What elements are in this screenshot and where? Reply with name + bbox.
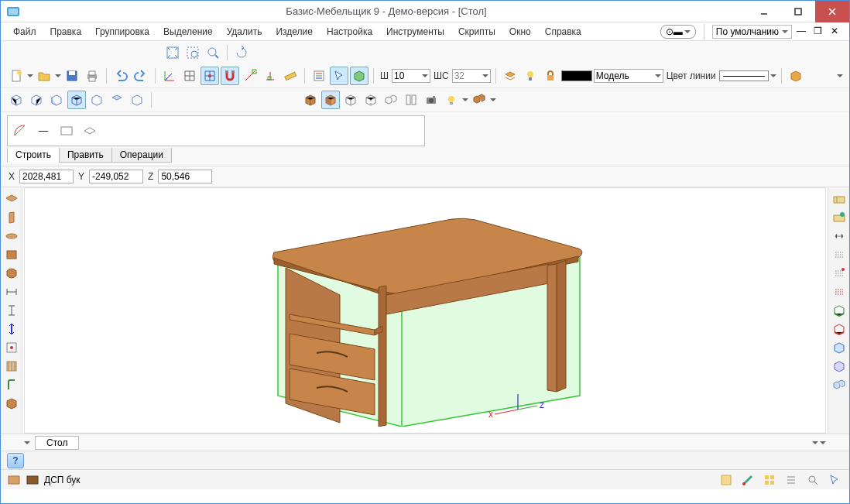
camera-icon[interactable] (422, 91, 440, 109)
toolbar-overflow-icon[interactable] (837, 74, 843, 77)
color-swatch[interactable] (561, 70, 592, 81)
fit-view-icon[interactable] (163, 43, 182, 62)
new-file-icon[interactable] (7, 67, 26, 85)
save-file-icon[interactable] (63, 67, 81, 85)
properties-icon[interactable] (310, 67, 328, 85)
minimize-button[interactable] (747, 1, 781, 22)
panel-curve-icon[interactable] (3, 265, 20, 282)
snap-grid-icon[interactable] (201, 67, 219, 85)
document-tab-active[interactable]: Стол (35, 436, 79, 450)
edge-band-r-icon[interactable] (831, 321, 848, 338)
panel-solid-icon[interactable] (3, 246, 20, 263)
line-style-select[interactable] (719, 70, 769, 81)
edge-band-icon[interactable] (831, 302, 848, 319)
profile-icon[interactable] (3, 376, 20, 393)
tabscroll-right-icon[interactable] (820, 441, 826, 444)
maximize-button[interactable] (781, 1, 815, 22)
step-w-select[interactable]: 10 (392, 69, 430, 83)
screw4-icon[interactable] (831, 283, 848, 300)
coord-y-input[interactable] (89, 170, 143, 183)
panel-vert-icon[interactable] (3, 209, 20, 226)
menu-help[interactable]: Справка (539, 24, 588, 39)
menu-select[interactable]: Выделение (157, 24, 219, 39)
assembly-icon[interactable] (831, 190, 848, 207)
mdi-close-icon[interactable]: ✕ (831, 26, 843, 38)
screw2-icon[interactable] (831, 246, 848, 263)
mat-search-icon[interactable] (804, 471, 821, 489)
line-tool-icon[interactable]: — (34, 122, 53, 140)
view-top-icon[interactable] (108, 91, 126, 109)
tab-build[interactable]: Строить (7, 148, 60, 163)
redo-icon[interactable] (132, 67, 150, 85)
mat-tool2-icon[interactable] (739, 471, 756, 489)
layer-select[interactable]: Модель (594, 69, 663, 83)
lock-icon[interactable] (541, 67, 560, 85)
magnet-icon[interactable] (221, 67, 239, 85)
mat-pick-icon[interactable] (826, 471, 843, 489)
axes-icon[interactable] (160, 67, 179, 85)
step-ws-select[interactable]: 32 (452, 69, 491, 83)
dimension-v-icon[interactable] (3, 302, 20, 319)
shaded-cube-icon[interactable] (321, 91, 340, 109)
screw3-icon[interactable] (831, 265, 848, 282)
panel-hor-icon[interactable] (3, 190, 20, 207)
help-button[interactable]: ? (7, 453, 24, 468)
mdi-minimize-icon[interactable]: — (797, 26, 809, 38)
bulb-icon[interactable] (521, 67, 540, 85)
menu-file[interactable]: Файл (7, 24, 43, 39)
material-swatch2-icon[interactable] (26, 473, 39, 487)
hidden-cube-icon[interactable] (362, 91, 380, 109)
facade-icon[interactable] (3, 358, 20, 375)
menu-settings[interactable]: Настройка (320, 24, 379, 39)
edge-all-icon[interactable] (831, 339, 848, 356)
material-swatch1-icon[interactable] (7, 473, 21, 487)
tabscroll-left-icon[interactable] (24, 441, 30, 444)
menu-delete[interactable]: Удалить (221, 24, 269, 39)
tab-edit[interactable]: Править (59, 148, 112, 163)
dimension-h-icon[interactable] (3, 283, 20, 300)
print-icon[interactable] (83, 67, 101, 85)
menu-group[interactable]: Группировка (89, 24, 156, 39)
zoom-region-icon[interactable] (183, 43, 202, 62)
key-button[interactable]: ⊙▬ (660, 25, 696, 39)
grid-icon[interactable] (180, 67, 199, 85)
menu-tools[interactable]: Инструменты (380, 24, 451, 39)
panel-front-icon[interactable] (3, 228, 20, 245)
multi-cube-icon[interactable] (470, 91, 488, 109)
zoom-window-icon[interactable] (204, 43, 222, 62)
dimension-stretch-icon[interactable] (3, 321, 20, 338)
view-front-icon[interactable] (7, 91, 26, 109)
close-button[interactable] (815, 1, 849, 22)
menu-scripts[interactable]: Скрипты (452, 24, 502, 39)
menu-edit[interactable]: Правка (44, 24, 88, 39)
layers-icon[interactable] (501, 67, 519, 85)
view-iso-icon[interactable] (67, 91, 86, 109)
mat-list-icon[interactable] (783, 471, 800, 489)
viewport-3d[interactable]: x z (24, 187, 826, 434)
tab-ops[interactable]: Операции (111, 148, 172, 163)
block-ref-icon[interactable] (3, 339, 20, 356)
view-left-icon[interactable] (47, 91, 66, 109)
coord-z-input[interactable] (158, 170, 212, 183)
screw-icon[interactable] (831, 228, 848, 245)
split-cube-icon[interactable] (402, 91, 420, 109)
undo-icon[interactable] (111, 67, 130, 85)
panel3d-icon[interactable] (350, 67, 368, 85)
open-file-icon[interactable] (35, 67, 53, 85)
edge-none-icon[interactable] (831, 358, 848, 375)
view-preset-dropdown[interactable]: По умолчанию (712, 25, 792, 39)
measure-icon[interactable] (281, 67, 300, 85)
mat-grid-icon[interactable] (761, 471, 778, 489)
double-cube-icon[interactable] (382, 91, 400, 109)
tabscroll-left2-icon[interactable] (812, 441, 818, 444)
view-back-icon[interactable] (27, 91, 46, 109)
mat-tool1-icon[interactable] (718, 471, 735, 489)
coord-x-input[interactable] (19, 170, 74, 183)
light-icon[interactable] (442, 91, 461, 109)
assembly-add-icon[interactable] (831, 209, 848, 226)
iso-rect-tool-icon[interactable] (81, 122, 99, 140)
edge-multi-icon[interactable] (831, 376, 848, 393)
arc-tool-icon[interactable] (11, 122, 29, 140)
snap-endpoint-icon[interactable] (241, 67, 259, 85)
box-tool-icon[interactable] (787, 67, 805, 85)
